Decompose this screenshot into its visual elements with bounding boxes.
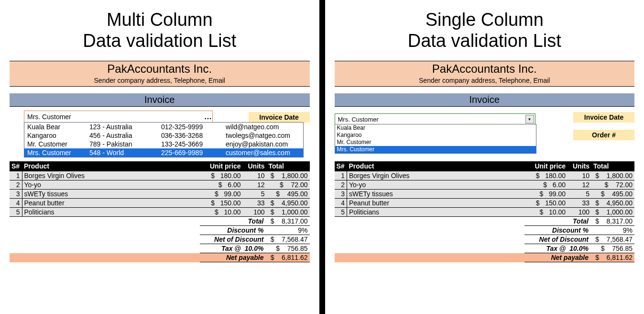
title-line1: Single Column — [335, 10, 635, 31]
summary-row: Total$ 8,317.00 — [335, 217, 635, 226]
col-unitprice: Unit price — [200, 161, 243, 171]
dropdown-option[interactable]: Kangaroo456 - Australia036-336-3268twole… — [24, 131, 303, 140]
table-row[interactable]: 5Politicians$ 10.00100$ 1,000.00 — [335, 208, 635, 217]
combo-expand-icon[interactable]: … — [204, 112, 212, 121]
summary-row: Net of Discount$ 7,568.47 — [335, 235, 635, 244]
dropdown-option[interactable]: Mr. Customer789 - Pakistan133-245-3669en… — [24, 140, 303, 148]
summary-row: Tax @ 10.0%$ 756.85 — [335, 244, 635, 253]
table-row[interactable]: 1Borges Virgin Olives$ 180.0010$ 1,800.0… — [10, 171, 310, 180]
invoice-header: Invoice — [335, 93, 635, 107]
company-bar: PakAccountants Inc. Sender company addre… — [335, 61, 635, 87]
col-units: Units — [568, 161, 591, 171]
dropdown-option[interactable]: Mrs. Customer548 - World225-669-9989cust… — [24, 148, 303, 157]
invoice-summary: Total$ 8,317.00Discount %9%Net of Discou… — [335, 217, 635, 262]
table-row[interactable]: 5Politicians$ 10.00100$ 1,000.00 — [10, 208, 310, 217]
invoice-table-right: S# Product Unit price Units Total 1Borge… — [335, 161, 635, 262]
table-row[interactable]: 4Peanut butter$ 150.0033$ 4,950.00 — [10, 199, 310, 208]
table-row[interactable]: 1Borges Virgin Olives$ 180.0010$ 1,800.0… — [335, 171, 635, 180]
table-row[interactable]: 4Peanut butter$ 150.0033$ 4,950.00 — [335, 199, 635, 208]
dropdown-option[interactable]: Kangaroo — [335, 132, 536, 139]
summary-row: Net payable$ 6,811.62 — [10, 253, 310, 262]
col-total: Total — [591, 161, 634, 171]
dropdown-option[interactable]: Mr. Customer — [335, 139, 536, 146]
customer-combo-single[interactable]: Mrs. Customer ▼ Kuala BearKangarooMr. Cu… — [335, 113, 535, 125]
col-unitprice: Unit price — [524, 161, 568, 171]
invoice-date-label: Invoice Date — [573, 112, 634, 123]
customer-combo-input[interactable] — [24, 113, 204, 121]
dropdown-option[interactable]: Kuala Bear — [335, 124, 536, 132]
table-row[interactable]: 3sWETy tissues$ 99.005$ 495.00 — [10, 190, 310, 199]
company-bar: PakAccountants Inc. Sender company addre… — [10, 61, 310, 87]
summary-row: Net payable$ 6,811.62 — [335, 253, 635, 262]
col-units: Units — [243, 161, 267, 171]
title-line1: Multi Column — [10, 10, 310, 31]
invoice-header: Invoice — [10, 93, 310, 107]
customer-combo-dropdown[interactable]: Kuala BearKangarooMr. CustomerMrs. Custo… — [335, 124, 536, 154]
title-line2: Data validation List — [10, 31, 310, 52]
col-product: Product — [22, 161, 200, 171]
table-row[interactable]: 2Yo-yo$ 6.0012$ 72.00 — [335, 180, 635, 190]
title-single: Single Column Data validation List — [335, 10, 635, 51]
invoice-date-label: Invoice Date — [249, 112, 310, 123]
invoice-body: 1Borges Virgin Olives$ 180.0010$ 1,800.0… — [10, 171, 310, 217]
customer-combo-multi[interactable]: … Kuala Bear123 - Australia012-325-9999w… — [24, 111, 213, 123]
invoice-body: 1Borges Virgin Olives$ 180.0010$ 1,800.0… — [335, 171, 635, 217]
company-name: PakAccountants Inc. — [335, 62, 635, 76]
col-sn: S# — [10, 161, 22, 171]
table-row[interactable]: 3sWETy tissues$ 99.005$ 495.00 — [335, 190, 635, 199]
customer-combo-value[interactable]: Mrs. Customer — [335, 116, 524, 123]
summary-row: Discount %9% — [335, 226, 635, 235]
title-multi: Multi Column Data validation List — [10, 10, 310, 51]
vertical-divider — [319, 0, 325, 314]
chevron-down-icon[interactable]: ▼ — [525, 115, 534, 123]
dropdown-option[interactable]: Mrs. Customer — [335, 146, 536, 153]
invoice-table-left: S# Product Unit price Units Total 1Borge… — [10, 161, 310, 262]
invoice-summary: Total$ 8,317.00Discount %9%Net of Discou… — [10, 217, 310, 262]
summary-row: Discount %9% — [10, 226, 310, 235]
company-name: PakAccountants Inc. — [10, 62, 310, 76]
summary-row: Tax @ 10.0%$ 756.85 — [10, 244, 310, 253]
company-address: Sender company address, Telephone, Email — [10, 77, 310, 84]
company-address: Sender company address, Telephone, Email — [335, 77, 635, 84]
table-row[interactable]: 2Yo-yo$ 6.0012$ 72.00 — [10, 180, 310, 190]
title-line2: Data validation List — [335, 31, 635, 52]
order-num-label: Order # — [573, 130, 634, 140]
panel-single-column: Single Column Data validation List PakAc… — [325, 0, 644, 314]
col-product: Product — [347, 161, 525, 171]
col-total: Total — [267, 161, 310, 171]
summary-row: Net of Discount$ 7,568.47 — [10, 235, 310, 244]
dropdown-option[interactable]: Kuala Bear123 - Australia012-325-9999wil… — [24, 123, 303, 131]
panel-multi-column: Multi Column Data validation List PakAcc… — [0, 0, 319, 314]
customer-combo-dropdown[interactable]: Kuala Bear123 - Australia012-325-9999wil… — [24, 122, 304, 157]
col-sn: S# — [335, 161, 347, 171]
summary-row: Total$ 8,317.00 — [10, 217, 310, 226]
